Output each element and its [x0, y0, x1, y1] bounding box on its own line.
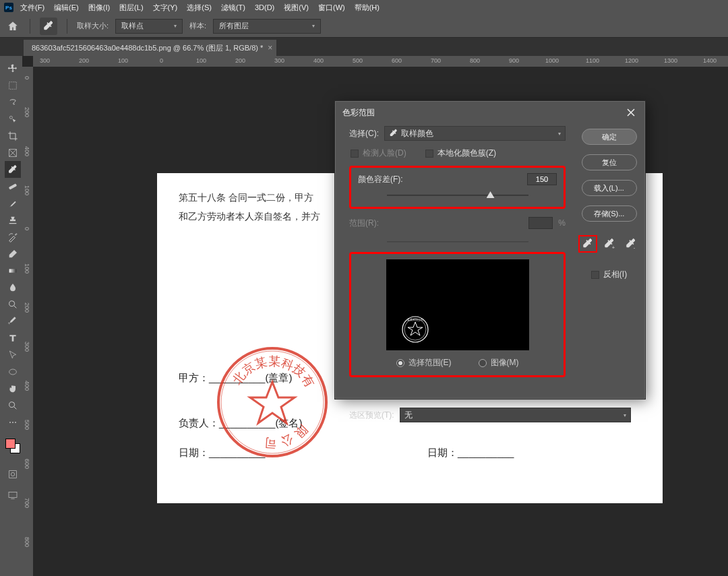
color-range-dialog: 色彩范围 选择(C): 取样颜色 ▾ 检测人脸(D) 本地化颜色簇(Z) 颜色容…	[335, 101, 645, 399]
heal-tool-icon[interactable]	[5, 178, 21, 195]
radio-image[interactable]	[479, 359, 487, 367]
fuzziness-label: 颜色容差(F):	[358, 174, 403, 185]
svg-point-7	[9, 402, 15, 407]
svg-marker-18	[408, 322, 423, 335]
eyedropper-subtract-icon[interactable]: -	[621, 235, 640, 253]
svg-text:+: +	[611, 245, 615, 251]
svg-point-5	[9, 300, 15, 306]
frame-tool-icon[interactable]	[5, 144, 21, 161]
sample-size-dropdown[interactable]: 取样点▾	[115, 19, 183, 34]
color-swatch[interactable]	[5, 439, 20, 453]
ok-button[interactable]: 确定	[582, 129, 637, 145]
svg-rect-0	[9, 82, 17, 89]
menu-window[interactable]: 窗口(W)	[318, 3, 345, 13]
quick-select-tool-icon[interactable]	[5, 110, 21, 127]
fuzziness-input[interactable]	[527, 173, 557, 185]
preview-dropdown[interactable]: 无▾	[400, 408, 631, 422]
document-tab-bar: 863603afc5215606463a0e4488dc1b5.png @ 66…	[0, 38, 728, 56]
preview-stamp-icon: 某某科技公司	[401, 315, 429, 344]
fuzziness-slider[interactable]	[387, 189, 528, 201]
hand-tool-icon[interactable]	[5, 380, 21, 397]
blur-tool-icon[interactable]	[5, 279, 21, 296]
svg-point-6	[9, 369, 17, 375]
eyedropper-tool-icon[interactable]	[5, 161, 21, 178]
svg-text:某某科技公司: 某某科技公司	[407, 318, 423, 321]
more-tools-icon[interactable]: ⋯	[5, 414, 21, 430]
ruler-horizontal[interactable]: 300 200 100 0 100 200 300 400 500 600 70…	[33, 56, 728, 67]
menu-filter[interactable]: 滤镜(T)	[221, 3, 245, 13]
eyedropper-icon	[389, 129, 398, 138]
select-label: 选择(C):	[349, 128, 379, 139]
menu-layer[interactable]: 图层(L)	[119, 3, 143, 13]
dialog-title: 色彩范围	[342, 107, 375, 119]
close-dialog-icon[interactable]	[624, 106, 638, 119]
preview-label: 选区预览(T):	[349, 410, 394, 421]
save-button[interactable]: 存储(S)...	[582, 205, 637, 222]
lasso-tool-icon[interactable]	[5, 94, 21, 110]
menu-select[interactable]: 选择(S)	[187, 3, 212, 13]
options-bar: 取样大小: 取样点▾ 样本: 所有图层▾	[0, 15, 728, 38]
svg-text:-: -	[633, 245, 635, 251]
text-tool-icon[interactable]	[5, 329, 21, 346]
dialog-titlebar[interactable]: 色彩范围	[336, 102, 644, 123]
eyedropper-add-icon[interactable]: +	[600, 235, 619, 253]
dropper-tools: + -	[578, 235, 640, 253]
preview-image[interactable]: 某某科技公司	[386, 259, 529, 350]
menu-help[interactable]: 帮助(H)	[355, 3, 380, 13]
invert-label: 反相(I)	[603, 269, 627, 280]
menu-file[interactable]: 文件(F)	[20, 3, 44, 13]
svg-rect-10	[9, 492, 17, 497]
divider	[67, 19, 67, 34]
shape-tool-icon[interactable]	[5, 363, 21, 380]
menu-view[interactable]: 视图(V)	[284, 3, 309, 13]
move-tool-icon[interactable]	[5, 60, 21, 77]
preview-highlight: 某某科技公司 选择范围(E) 图像(M)	[349, 252, 566, 377]
ruler-vertical[interactable]: 0 200 400 100 0 100 200 300 400 500 600 …	[22, 67, 33, 576]
invert-checkbox[interactable]	[591, 271, 599, 279]
crop-tool-icon[interactable]	[5, 127, 21, 144]
svg-marker-15	[250, 382, 295, 423]
radio-selection[interactable]	[396, 359, 404, 367]
svg-rect-3	[9, 183, 17, 189]
svg-point-9	[11, 472, 14, 476]
stamp-tool-icon[interactable]	[5, 212, 21, 228]
eyedropper-tool-icon[interactable]	[40, 18, 57, 35]
ps-logo-icon: Ps	[4, 3, 13, 12]
foreground-color-swatch[interactable]	[5, 439, 16, 449]
menu-3d[interactable]: 3D(D)	[255, 3, 274, 11]
document-tab[interactable]: 863603afc5215606463a0e4488dc1b5.png @ 66…	[24, 40, 276, 56]
eraser-tool-icon[interactable]	[5, 245, 21, 262]
cancel-button[interactable]: 复位	[582, 154, 637, 170]
history-brush-tool-icon[interactable]	[5, 228, 21, 245]
screenmode-icon[interactable]	[5, 486, 21, 503]
menu-bar: Ps 文件(F) 编辑(E) 图像(I) 图层(L) 文字(Y) 选择(S) 滤…	[0, 0, 728, 15]
detect-faces-checkbox	[351, 150, 359, 158]
menu-image[interactable]: 图像(I)	[88, 3, 110, 13]
company-stamp: 北京某某科技有 限 公 司	[215, 345, 330, 459]
marquee-tool-icon[interactable]	[5, 77, 21, 94]
sample-dropdown[interactable]: 所有图层▾	[213, 19, 321, 34]
svg-rect-8	[9, 470, 17, 478]
range-label: 范围(R):	[349, 218, 379, 229]
path-select-tool-icon[interactable]	[5, 346, 21, 363]
zoom-tool-icon[interactable]	[5, 397, 21, 414]
dodge-tool-icon[interactable]	[5, 296, 21, 313]
divider	[30, 19, 30, 34]
select-dropdown[interactable]: 取样颜色 ▾	[384, 126, 566, 141]
menu-type[interactable]: 文字(Y)	[153, 3, 178, 13]
menu-edit[interactable]: 编辑(E)	[54, 3, 79, 13]
brush-tool-icon[interactable]	[5, 195, 21, 212]
svg-point-1	[9, 116, 12, 119]
gradient-tool-icon[interactable]	[5, 262, 21, 279]
pen-tool-icon[interactable]	[5, 313, 21, 329]
home-icon[interactable]	[5, 19, 20, 34]
quickmask-icon[interactable]	[5, 466, 21, 482]
load-button[interactable]: 载入(L)...	[582, 180, 637, 196]
svg-rect-4	[9, 269, 17, 272]
close-tab-icon[interactable]: ×	[268, 43, 272, 53]
sample-size-label: 取样大小:	[77, 21, 109, 31]
toolbox: ⋯	[3, 56, 22, 576]
localized-checkbox[interactable]	[425, 150, 433, 158]
sample-label: 样本:	[189, 21, 206, 31]
eyedropper-sample-icon[interactable]	[578, 235, 597, 253]
